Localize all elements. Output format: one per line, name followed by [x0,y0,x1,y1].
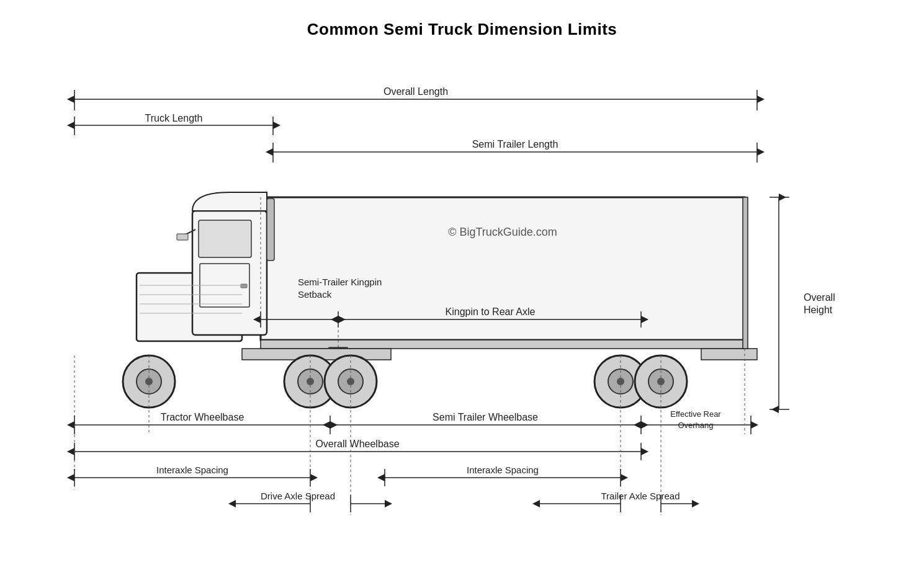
svg-rect-0 [261,197,745,340]
svg-text:Effective Rear: Effective Rear [670,409,721,419]
svg-text:Drive Axle Spread: Drive Axle Spread [261,491,335,501]
svg-text:Truck Length: Truck Length [145,113,203,123]
svg-rect-11 [241,284,247,288]
svg-text:Overhang: Overhang [678,421,713,430]
svg-text:© BigTruckGuide.com: © BigTruckGuide.com [448,226,557,238]
svg-text:Overall: Overall [804,292,835,303]
svg-text:Height: Height [804,305,833,315]
svg-rect-36 [743,197,748,349]
svg-text:Overall Length: Overall Length [384,86,448,97]
svg-rect-14 [267,198,274,261]
svg-text:Overall Wheelbase: Overall Wheelbase [315,439,399,449]
svg-text:Semi-Trailer Kingpin: Semi-Trailer Kingpin [298,277,382,287]
svg-text:Tractor Wheelbase: Tractor Wheelbase [161,412,244,422]
page-title: Common Semi Truck Dimension Limits [0,0,924,39]
svg-rect-35 [701,349,757,360]
svg-text:Setback: Setback [298,289,332,300]
diagram-container: © BigTruckGuide.com Semi-Trailer Kingpin… [0,43,924,562]
svg-text:Kingpin to Rear Axle: Kingpin to Rear Axle [446,306,536,317]
svg-rect-9 [199,220,251,257]
svg-text:Semi Trailer Wheelbase: Semi Trailer Wheelbase [433,412,538,422]
svg-text:Trailer Axle Spread: Trailer Axle Spread [601,491,680,501]
svg-text:Semi Trailer Length: Semi Trailer Length [472,139,558,149]
svg-text:Interaxle Spacing: Interaxle Spacing [467,465,539,475]
svg-rect-13 [177,234,188,240]
svg-text:Interaxle Spacing: Interaxle Spacing [156,465,228,475]
